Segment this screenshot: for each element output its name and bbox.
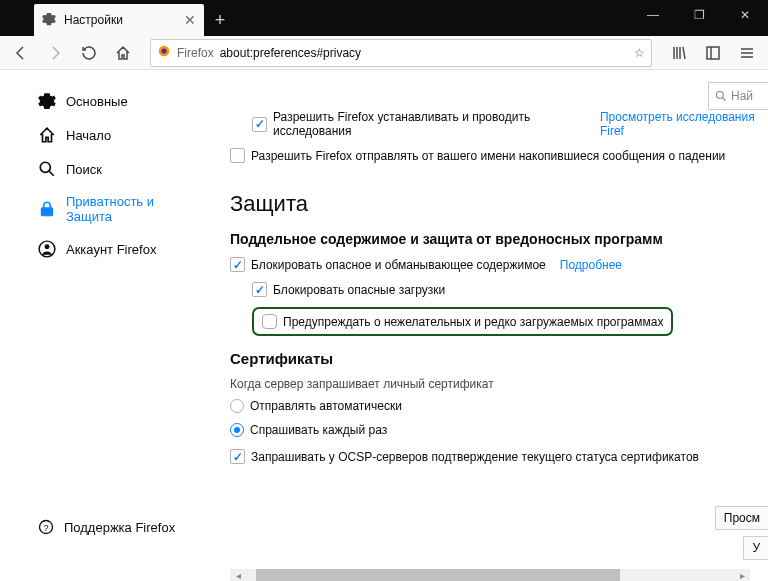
maximize-button[interactable]: ❐ (676, 0, 722, 30)
home-button[interactable] (108, 39, 138, 67)
allow-crash-checkbox[interactable] (230, 148, 245, 163)
block-downloads-checkbox[interactable] (252, 282, 267, 297)
svg-point-11 (717, 92, 724, 99)
warn-unwanted-row: Предупреждать о нежелательных и редко за… (252, 307, 768, 336)
menu-icon[interactable] (732, 39, 762, 67)
scroll-right-icon[interactable]: ▸ (734, 570, 750, 581)
sidebar-item-general[interactable]: Основные (38, 84, 180, 118)
support-label: Поддержка Firefox (64, 520, 175, 535)
certs-ask-row: Спрашивать каждый раз (230, 423, 768, 437)
view-certs-button[interactable]: Просм (715, 506, 768, 530)
new-tab-button[interactable]: + (204, 4, 236, 36)
block-downloads-label: Блокировать опасные загрузки (273, 283, 445, 297)
block-dangerous-learnmore-link[interactable]: Подробнее (560, 258, 622, 272)
main-panel: Най Разрешить Firefox устанавливать и пр… (180, 70, 768, 569)
sidebar-item-account[interactable]: Аккаунт Firefox (38, 232, 180, 266)
help-icon: ? (38, 519, 54, 535)
toolbar: Firefox about:preferences#privacy ☆ (0, 36, 768, 70)
security-devices-button[interactable]: У (743, 536, 768, 560)
certs-ocsp-row: Запрашивать у OCSP-серверов подтверждени… (230, 449, 768, 464)
svg-point-4 (40, 162, 50, 172)
gear-icon (38, 92, 56, 110)
block-downloads-row: Блокировать опасные загрузки (252, 282, 768, 297)
sidebar-item-label: Начало (66, 128, 111, 143)
library-icon[interactable] (664, 39, 694, 67)
allow-crash-label: Разрешить Firefox отправлять от вашего и… (251, 149, 725, 163)
warn-unwanted-label: Предупреждать о нежелательных и редко за… (283, 315, 663, 329)
gear-icon (42, 12, 56, 29)
sidebar: Основные Начало Поиск Приватность и Защи… (0, 70, 180, 569)
sidebar-item-label: Приватность и Защита (66, 194, 180, 224)
certs-section-title: Сертификаты (230, 350, 768, 367)
reload-button[interactable] (74, 39, 104, 67)
scrollbar-thumb[interactable] (256, 569, 620, 581)
firefox-icon (157, 44, 171, 61)
title-bar: Настройки ✕ + — ❐ ✕ (0, 0, 768, 36)
certs-auto-row: Отправлять автоматически (230, 399, 768, 413)
certs-ocsp-checkbox[interactable] (230, 449, 245, 464)
svg-rect-2 (707, 47, 719, 59)
allow-crash-row: Разрешить Firefox отправлять от вашего и… (230, 148, 768, 163)
deceptive-subtitle: Поддельное содержимое и защита от вредон… (230, 231, 768, 247)
horizontal-scrollbar[interactable]: ◂ ▸ (230, 569, 750, 581)
home-icon (38, 126, 56, 144)
certs-ask-label: Спрашивать каждый раз (250, 423, 387, 437)
sidebar-item-home[interactable]: Начало (38, 118, 180, 152)
close-button[interactable]: ✕ (722, 0, 768, 30)
tab-close-icon[interactable]: ✕ (184, 12, 196, 28)
svg-rect-6 (41, 208, 52, 216)
minimize-button[interactable]: — (630, 0, 676, 30)
sidebar-item-privacy[interactable]: Приватность и Защита (38, 186, 180, 232)
sidebar-item-search[interactable]: Поиск (38, 152, 180, 186)
lock-icon (38, 200, 56, 218)
svg-text:?: ? (43, 523, 48, 533)
window-controls: — ❐ ✕ (630, 0, 768, 30)
forward-button[interactable] (40, 39, 70, 67)
allow-studies-label: Разрешить Firefox устанавливать и провод… (273, 110, 586, 138)
svg-line-12 (723, 98, 726, 101)
firefox-account-icon (38, 240, 56, 258)
search-icon (38, 160, 56, 178)
sidebar-item-label: Аккаунт Firefox (66, 242, 156, 257)
certs-auto-radio[interactable] (230, 399, 244, 413)
url-text: about:preferences#privacy (220, 46, 634, 60)
block-dangerous-row: Блокировать опасное и обманывающее содер… (230, 257, 768, 272)
sidebar-icon[interactable] (698, 39, 728, 67)
bookmark-star-icon[interactable]: ☆ (634, 46, 645, 60)
certs-ocsp-label: Запрашивать у OCSP-серверов подтверждени… (251, 450, 699, 464)
certs-ask-radio[interactable] (230, 423, 244, 437)
certs-auto-label: Отправлять автоматически (250, 399, 402, 413)
search-icon (715, 90, 727, 102)
search-input[interactable]: Най (708, 82, 768, 110)
svg-point-8 (45, 244, 50, 249)
view-studies-link[interactable]: Просмотреть исследования Firef (600, 110, 768, 138)
warn-unwanted-highlight: Предупреждать о нежелательных и редко за… (252, 307, 673, 336)
warn-unwanted-checkbox[interactable] (262, 314, 277, 329)
sidebar-item-label: Поиск (66, 162, 102, 177)
svg-point-1 (161, 48, 166, 53)
certs-subtext: Когда сервер запрашивает личный сертифик… (230, 377, 768, 391)
browser-tab[interactable]: Настройки ✕ (34, 4, 204, 36)
search-placeholder: Най (731, 89, 753, 103)
url-badge: Firefox (177, 46, 214, 60)
content: Основные Начало Поиск Приватность и Защи… (0, 70, 768, 569)
scroll-left-icon[interactable]: ◂ (230, 570, 246, 581)
allow-studies-checkbox[interactable] (252, 117, 267, 132)
block-dangerous-label: Блокировать опасное и обманывающее содер… (251, 258, 546, 272)
allow-studies-row: Разрешить Firefox устанавливать и провод… (252, 110, 768, 138)
block-dangerous-checkbox[interactable] (230, 257, 245, 272)
url-bar[interactable]: Firefox about:preferences#privacy ☆ (150, 39, 652, 67)
tab-title: Настройки (64, 13, 123, 27)
security-section-title: Защита (230, 191, 768, 217)
support-link[interactable]: ? Поддержка Firefox (38, 519, 175, 535)
svg-line-5 (49, 171, 54, 176)
sidebar-item-label: Основные (66, 94, 128, 109)
back-button[interactable] (6, 39, 36, 67)
